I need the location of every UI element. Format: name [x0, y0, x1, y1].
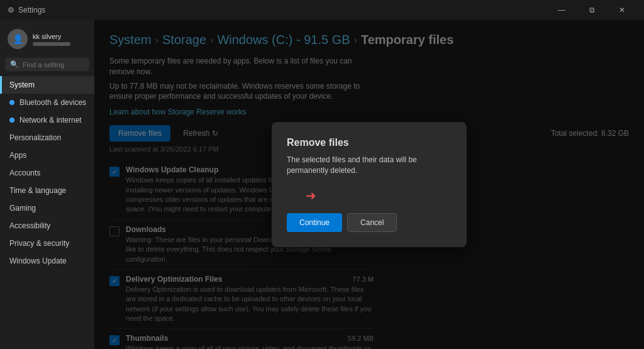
title-bar-title: Settings	[18, 6, 45, 14]
sidebar-item-label-accounts: Accounts	[9, 169, 40, 177]
bluetooth-dot	[9, 100, 14, 105]
user-info: kk silvery	[33, 33, 70, 46]
sidebar: 👤 kk silvery 🔍 System Bluetooth & device…	[0, 20, 94, 349]
sidebar-item-update[interactable]: Windows Update	[0, 252, 94, 270]
search-box[interactable]: 🔍	[5, 58, 89, 71]
sidebar-item-label-accessibility: Accessibility	[9, 221, 50, 230]
close-button[interactable]: ✕	[608, 0, 636, 20]
modal-overlay: Remove files The selected files and thei…	[94, 20, 644, 349]
sidebar-item-label-gaming: Gaming	[9, 204, 36, 213]
sidebar-item-label-system: System	[9, 80, 35, 89]
sidebar-item-privacy[interactable]: Privacy & security	[0, 235, 94, 252]
cancel-button[interactable]: Cancel	[347, 213, 397, 232]
user-section: 👤 kk silvery	[0, 23, 94, 55]
sidebar-item-gaming[interactable]: Gaming	[0, 199, 94, 217]
sidebar-item-bluetooth[interactable]: Bluetooth & devices	[0, 94, 94, 111]
settings-icon: ⚙	[8, 6, 14, 14]
sidebar-item-label-time: Time & language	[9, 186, 66, 195]
user-name: kk silvery	[33, 33, 70, 40]
modal-body: The selected files and their data will b…	[287, 155, 452, 176]
sidebar-item-time[interactable]: Time & language	[0, 182, 94, 199]
modal-arrow: ➜	[287, 188, 452, 203]
sidebar-item-accessibility[interactable]: Accessibility	[0, 217, 94, 235]
modal-buttons: Continue Cancel	[287, 213, 452, 232]
user-sub-bar	[33, 42, 70, 46]
title-bar: ⚙ Settings — ⧉ ✕	[0, 0, 644, 20]
sidebar-item-label-personalization: Personalization	[9, 133, 61, 142]
modal-title: Remove files	[287, 137, 452, 148]
sidebar-item-network[interactable]: Network & internet	[0, 111, 94, 129]
sidebar-item-system[interactable]: System	[0, 76, 94, 94]
content-area: System › Storage › Windows (C:) - 91.5 G…	[94, 20, 644, 349]
search-icon: 🔍	[10, 60, 19, 69]
sidebar-item-personalization[interactable]: Personalization	[0, 129, 94, 147]
app-body: 👤 kk silvery 🔍 System Bluetooth & device…	[0, 20, 644, 349]
modal-dialog: Remove files The selected files and thei…	[272, 122, 467, 248]
search-input[interactable]	[23, 61, 84, 69]
minimize-button[interactable]: —	[547, 0, 576, 20]
arrow-icon: ➜	[306, 188, 316, 203]
sidebar-item-apps[interactable]: Apps	[0, 147, 94, 164]
sidebar-item-label-privacy: Privacy & security	[9, 239, 69, 248]
network-dot	[9, 118, 14, 123]
sidebar-item-accounts[interactable]: Accounts	[0, 164, 94, 182]
continue-button[interactable]: Continue	[287, 213, 342, 232]
avatar: 👤	[8, 29, 28, 49]
sidebar-item-label-apps: Apps	[9, 151, 26, 160]
sidebar-item-label-bluetooth: Bluetooth & devices	[19, 98, 86, 107]
title-bar-left: ⚙ Settings	[8, 6, 45, 14]
sidebar-item-label-update: Windows Update	[9, 257, 67, 265]
title-bar-controls: — ⧉ ✕	[547, 0, 636, 20]
restore-button[interactable]: ⧉	[577, 0, 606, 20]
sidebar-item-label-network: Network & internet	[19, 116, 82, 125]
